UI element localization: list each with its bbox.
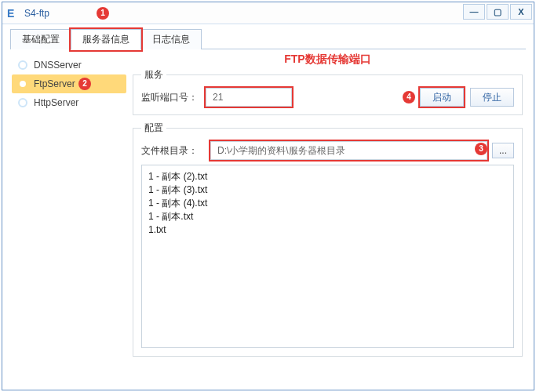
- window-title: S4-ftp: [24, 8, 49, 19]
- start-button[interactable]: 启动: [420, 88, 464, 107]
- list-item[interactable]: 1 - 副本 (4).txt: [148, 197, 507, 210]
- port-input[interactable]: [206, 88, 292, 107]
- root-dir-input[interactable]: [210, 141, 487, 160]
- tab-server-info[interactable]: 服务器信息: [71, 29, 141, 49]
- main: FTP数据传输端口 服务 监听端口号： 4 启动 停止: [128, 53, 526, 382]
- maximize-button[interactable]: ▢: [487, 4, 509, 20]
- stop-button[interactable]: 停止: [470, 88, 514, 107]
- port-label: 监听端口号：: [141, 91, 198, 104]
- root-label: 文件根目录：: [141, 144, 198, 158]
- sidebar-item-dnsserver[interactable]: DNSServer: [12, 56, 126, 74]
- list-item[interactable]: 1 - 副本.txt: [148, 210, 507, 223]
- tabs: 基础配置 服务器信息 日志信息: [10, 29, 526, 49]
- browse-button[interactable]: ...: [492, 143, 514, 158]
- bullet-icon: [18, 79, 27, 89]
- app-window: E S4-ftp 1 — ▢ X 基础配置 服务器信息 日志信息 DNSServ…: [2, 2, 534, 390]
- service-legend: 服务: [141, 68, 166, 82]
- file-list[interactable]: 1 - 副本 (2).txt 1 - 副本 (3).txt 1 - 副本 (4)…: [141, 165, 514, 348]
- list-item[interactable]: 1 - 副本 (3).txt: [148, 183, 507, 197]
- bullet-icon: [18, 60, 27, 70]
- callout-2: 2: [78, 78, 91, 90]
- sidebar-item-httpserver[interactable]: HttpServer: [12, 93, 126, 112]
- bullet-icon: [18, 98, 27, 107]
- sidebar-item-label: HttpServer: [34, 97, 78, 108]
- config-legend: 配置: [141, 122, 166, 135]
- minimize-button[interactable]: —: [463, 4, 485, 20]
- app-icon: E: [7, 7, 20, 20]
- titlebar: E S4-ftp 1 — ▢ X: [2, 2, 534, 24]
- close-button[interactable]: X: [510, 4, 532, 20]
- callout-4: 4: [403, 91, 415, 103]
- body: 基础配置 服务器信息 日志信息 DNSServer FtpServer 2 Ht: [2, 24, 534, 390]
- tab-basic-config[interactable]: 基础配置: [10, 29, 71, 49]
- list-item[interactable]: 1.txt: [148, 223, 507, 237]
- sidebar-item-label: FtpServer: [34, 78, 75, 89]
- content: DNSServer FtpServer 2 HttpServer FTP数据传输…: [10, 49, 526, 382]
- callout-1: 1: [97, 7, 109, 20]
- sidebar: DNSServer FtpServer 2 HttpServer: [10, 53, 128, 382]
- window-controls: — ▢ X: [461, 4, 532, 20]
- config-fieldset: 配置 文件根目录： 3 ... 1 - 副本 (2).txt 1 - 副本 (3…: [133, 122, 523, 357]
- tab-log-info[interactable]: 日志信息: [140, 29, 202, 49]
- sidebar-item-label: DNSServer: [34, 60, 82, 71]
- page-heading: FTP数据传输端口: [133, 53, 523, 67]
- list-item[interactable]: 1 - 副本 (2).txt: [148, 170, 507, 183]
- service-fieldset: 服务 监听端口号： 4 启动 停止: [133, 68, 523, 115]
- sidebar-item-ftpserver[interactable]: FtpServer 2: [12, 74, 126, 93]
